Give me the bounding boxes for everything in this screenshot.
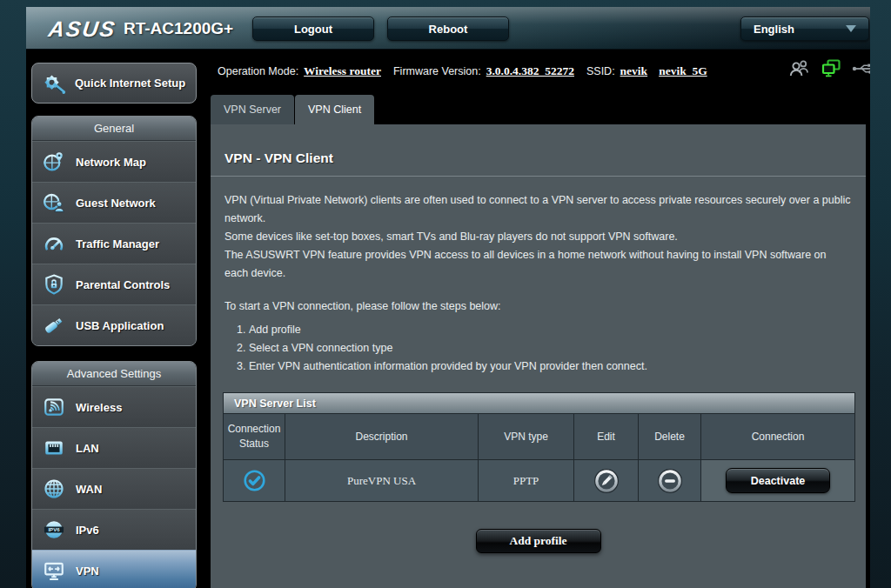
sidebar-item-parental-controls[interactable]: Parental Controls [32, 264, 196, 304]
column-header-delete: Delete [638, 414, 700, 459]
column-header-description: Description [285, 414, 478, 459]
sidebar-item-label: USB Application [76, 319, 164, 332]
pencil-icon [592, 466, 621, 496]
steps-list: Add profile Select a VPN connection type… [233, 324, 852, 372]
column-header-edit: Edit [573, 414, 638, 459]
edit-button[interactable] [592, 466, 621, 496]
section-header-advanced-settings: Advanced Settings [32, 362, 196, 386]
sidebar-item-network-map[interactable]: Network Map [32, 141, 196, 182]
title-divider [211, 176, 866, 177]
vpn-server-list-table: VPN Server List Connection Status Descri… [223, 392, 855, 502]
deactivate-button[interactable]: Deactivate [726, 468, 830, 493]
description-cell: PureVPN USA [285, 459, 478, 501]
sidebar-item-label: Guest Network [76, 197, 156, 210]
sidebar-item-label: Parental Controls [76, 278, 170, 291]
column-header-connection-status: Connection Status [224, 414, 285, 459]
sidebar-item-guest-network[interactable]: Guest Network [32, 182, 196, 223]
sidebar-item-label: LAN [76, 442, 99, 455]
sidebar-item-vpn[interactable]: VPN [32, 550, 196, 588]
logout-button[interactable]: Logout [252, 17, 374, 41]
language-dropdown[interactable]: English [740, 17, 869, 41]
info-bar: Operation Mode: Wireless router Firmware… [218, 60, 707, 83]
sidebar-item-ipv6[interactable]: IPV6 IPv6 [32, 509, 196, 550]
section-header-general: General [32, 117, 196, 141]
sidebar-item-wan[interactable]: WAN [32, 468, 196, 509]
sidebar-item-usb-application[interactable]: USB Application [32, 304, 196, 345]
firmware-version-link[interactable]: 3.0.0.4.382_52272 [486, 64, 574, 78]
sidebar-item-label: Network Map [76, 156, 146, 169]
sidebar-section-advanced-settings: Advanced Settings Wireless LAN [31, 361, 197, 588]
sidebar-item-label: Wireless [76, 401, 122, 414]
add-profile-button[interactable]: Add profile [476, 529, 601, 553]
delete-cell [638, 459, 700, 501]
devices-icon[interactable] [821, 59, 842, 82]
router-model: RT-AC1200G+ [124, 19, 233, 38]
wireless-icon [43, 396, 65, 418]
ssid-5g-link[interactable]: nevik_5G [659, 64, 707, 78]
gear-wrench-icon [41, 70, 67, 97]
step-item: Add profile [249, 324, 852, 336]
firmware-label: Firmware Version: [393, 65, 481, 77]
add-profile-row: Add profile [211, 529, 866, 553]
vpn-icon [43, 559, 65, 582]
delete-button[interactable] [655, 466, 685, 496]
sidebar-section-general: General Network Map Guest Network [31, 116, 197, 346]
network-map-icon [43, 150, 65, 173]
sidebar-item-traffic-manager[interactable]: Traffic Manager [32, 223, 196, 264]
language-value: English [754, 23, 794, 36]
sidebar-item-wireless[interactable]: Wireless [32, 386, 196, 427]
table-header-row: Connection Status Description VPN type E… [224, 414, 854, 459]
intro-paragraph: Some devices like set-top boxes, smart T… [224, 228, 852, 246]
wan-icon [43, 478, 65, 500]
asus-logo: ASUS [47, 17, 118, 42]
intro-paragraph: The ASUSWRT VPN feature provides VPN acc… [224, 246, 852, 283]
steps-intro: To start a VPN connection, please follow… [224, 300, 852, 312]
sidebar-item-quick-internet-setup[interactable]: Quick Internet Setup [31, 63, 197, 104]
connection-status-cell [224, 459, 285, 501]
sidebar-item-label: Traffic Manager [76, 237, 159, 251]
chevron-down-icon [846, 25, 856, 32]
lan-icon [43, 437, 65, 459]
sidebar-item-label: IPv6 [76, 524, 99, 537]
parental-controls-icon [43, 273, 65, 296]
guest-network-icon [43, 191, 65, 214]
tab-bar: VPN Server VPN Client [211, 95, 374, 124]
intro-text: VPN (Virtual Private Network) clients ar… [224, 191, 852, 283]
vpn-type-cell: PPTP [478, 459, 573, 501]
tab-vpn-client[interactable]: VPN Client [295, 95, 374, 124]
column-header-vpn-type: VPN type [478, 414, 573, 459]
connected-check-icon [243, 469, 266, 492]
table-row: PureVPN USA PPTP [224, 459, 854, 501]
tab-vpn-server[interactable]: VPN Server [211, 95, 294, 124]
top-bar: ASUS RT-AC1200G+ Logout Reboot English [26, 7, 870, 50]
status-icon-bar [788, 59, 870, 82]
edit-cell [573, 459, 638, 501]
page-title: VPN - VPN Client [224, 150, 852, 166]
clients-icon[interactable] [788, 59, 811, 82]
svg-text:IPV6: IPV6 [48, 527, 60, 532]
sidebar-item-lan[interactable]: LAN [32, 427, 196, 468]
router-admin-window: ASUS RT-AC1200G+ Logout Reboot English O… [26, 7, 870, 588]
ipv6-icon: IPV6 [43, 518, 65, 541]
sidebar-item-label: WAN [76, 483, 102, 496]
table-title: VPN Server List [224, 393, 854, 414]
operation-mode-link[interactable]: Wireless router [304, 64, 381, 78]
sidebar-item-label: Quick Internet Setup [75, 77, 185, 90]
reboot-button[interactable]: Reboot [387, 17, 509, 41]
step-item: Enter VPN authentication information pro… [249, 361, 852, 372]
ssid-label: SSID: [586, 65, 615, 77]
step-item: Select a VPN connection type [249, 343, 852, 354]
operation-mode-label: Operation Mode: [218, 65, 298, 77]
sidebar-item-label: VPN [76, 565, 99, 578]
minus-circle-icon [655, 466, 685, 496]
main-panel: VPN - VPN Client VPN (Virtual Private Ne… [211, 124, 866, 588]
connection-cell: Deactivate [700, 459, 854, 501]
traffic-manager-icon [43, 232, 65, 255]
column-header-connection: Connection [700, 414, 854, 459]
usb-application-icon [43, 314, 65, 337]
usb-icon[interactable] [852, 61, 870, 80]
ssid-2g-link[interactable]: nevik [620, 64, 648, 78]
intro-paragraph: VPN (Virtual Private Network) clients ar… [224, 191, 852, 228]
